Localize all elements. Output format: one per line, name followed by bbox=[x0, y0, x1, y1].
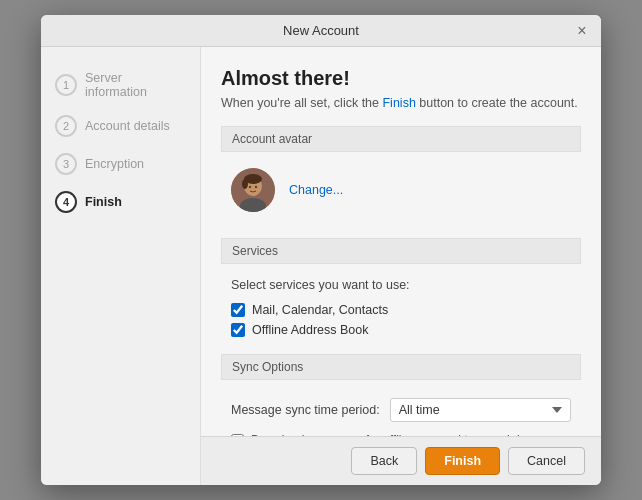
finish-link-text: Finish bbox=[382, 96, 415, 110]
sync-options-section: Sync Options Message sync time period: A… bbox=[221, 354, 581, 436]
sidebar-item-server-information[interactable]: 1 Server information bbox=[41, 63, 200, 107]
services-select-label: Select services you want to use: bbox=[221, 274, 581, 300]
offline-address-book-label: Offline Address Book bbox=[252, 323, 369, 337]
sidebar-label-2: Account details bbox=[85, 119, 170, 133]
avatar-section-header: Account avatar bbox=[221, 126, 581, 152]
sync-time-label: Message sync time period: bbox=[231, 403, 380, 417]
sidebar-item-finish[interactable]: 4 Finish bbox=[41, 183, 200, 221]
change-avatar-link[interactable]: Change... bbox=[289, 183, 343, 197]
step-circle-3: 3 bbox=[55, 153, 77, 175]
svg-point-5 bbox=[249, 186, 251, 188]
cancel-button[interactable]: Cancel bbox=[508, 447, 585, 475]
dialog-footer: Back Finish Cancel bbox=[201, 436, 601, 485]
step-circle-2: 2 bbox=[55, 115, 77, 137]
sidebar-label-3: Encryption bbox=[85, 157, 144, 171]
sync-time-select[interactable]: All time 1 month 3 months 6 months 1 yea… bbox=[390, 398, 571, 422]
sync-time-row: Message sync time period: All time 1 mon… bbox=[221, 390, 581, 430]
sidebar-label-1: Server information bbox=[85, 71, 186, 99]
account-avatar-section: Account avatar bbox=[221, 126, 581, 224]
offline-address-book-checkbox[interactable] bbox=[231, 323, 245, 337]
offline-address-book-row: Offline Address Book bbox=[221, 320, 581, 340]
step-circle-1: 1 bbox=[55, 74, 77, 96]
new-account-dialog: New Account × 1 Server information 2 Acc… bbox=[41, 15, 601, 485]
finish-button[interactable]: Finish bbox=[425, 447, 500, 475]
main-title: Almost there! bbox=[221, 67, 581, 90]
step-circle-4: 4 bbox=[55, 191, 77, 213]
avatar-row: Change... bbox=[221, 162, 581, 224]
close-button[interactable]: × bbox=[573, 22, 591, 40]
subtitle-after: button to create the account. bbox=[416, 96, 578, 110]
svg-point-6 bbox=[255, 186, 257, 188]
sidebar-label-4: Finish bbox=[85, 195, 122, 209]
dialog-title: New Account bbox=[283, 23, 359, 38]
mail-calendar-contacts-checkbox[interactable] bbox=[231, 303, 245, 317]
services-section-header: Services bbox=[221, 238, 581, 264]
main-subtitle: When you're all set, click the Finish bu… bbox=[221, 96, 581, 110]
mail-calendar-contacts-label: Mail, Calendar, Contacts bbox=[252, 303, 388, 317]
subtitle-before: When you're all set, click the bbox=[221, 96, 382, 110]
sidebar: 1 Server information 2 Account details 3… bbox=[41, 47, 201, 485]
sidebar-item-encryption[interactable]: 3 Encryption bbox=[41, 145, 200, 183]
avatar bbox=[231, 168, 275, 212]
main-content: Almost there! When you're all set, click… bbox=[201, 47, 601, 485]
main-scroll: Almost there! When you're all set, click… bbox=[201, 47, 601, 436]
sidebar-item-account-details[interactable]: 2 Account details bbox=[41, 107, 200, 145]
dialog-titlebar: New Account × bbox=[41, 15, 601, 47]
svg-point-3 bbox=[242, 179, 248, 189]
back-button[interactable]: Back bbox=[351, 447, 417, 475]
dialog-body: 1 Server information 2 Account details 3… bbox=[41, 47, 601, 485]
services-section: Services Select services you want to use… bbox=[221, 238, 581, 340]
mail-calendar-contacts-row: Mail, Calendar, Contacts bbox=[221, 300, 581, 320]
sync-options-header: Sync Options bbox=[221, 354, 581, 380]
